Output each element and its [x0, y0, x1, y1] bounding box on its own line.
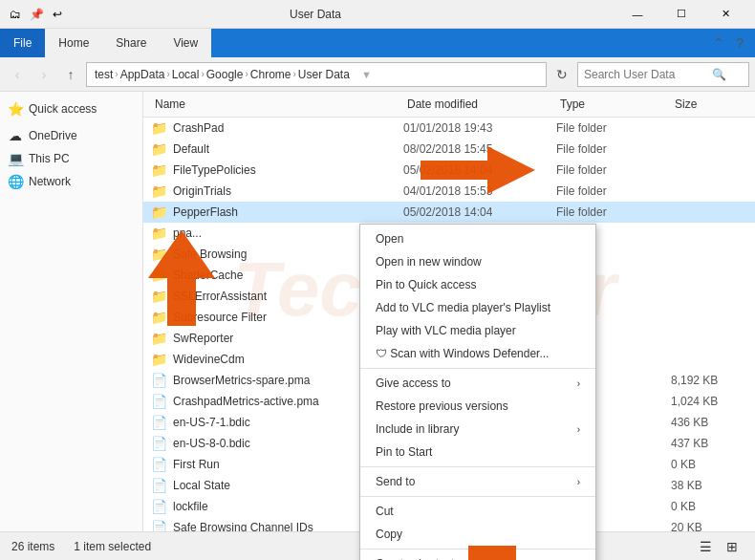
- menu-item-scan-with-windows-defender[interactable]: 🛡 Scan with Windows Defender...: [360, 342, 595, 365]
- file-row[interactable]: 📁OriginTrials04/01/2018 15:53File folder: [143, 181, 755, 202]
- tab-share[interactable]: Share: [102, 29, 160, 57]
- file-name: lockfile: [173, 500, 208, 513]
- cloud-icon: ☁: [8, 128, 23, 143]
- file-name: CrashpadMetrics-active.pma: [173, 395, 319, 408]
- file-size: 38 KB: [671, 479, 747, 492]
- menu-item-create-shortcut[interactable]: Create shortcut: [360, 552, 595, 560]
- address-bar[interactable]: test › AppData › Local › Google › Chrome…: [86, 62, 547, 87]
- file-icon: 📄: [151, 373, 167, 388]
- file-type: File folder: [556, 121, 671, 135]
- sidebar-label-quick-access: Quick access: [29, 102, 97, 116]
- col-type[interactable]: Type: [556, 96, 671, 113]
- bread-local[interactable]: Local: [172, 68, 200, 81]
- undo-icon[interactable]: ↩: [50, 7, 65, 22]
- folder-icon: 📁: [151, 331, 167, 346]
- col-name[interactable]: Name: [151, 96, 403, 113]
- tab-home[interactable]: Home: [45, 29, 102, 57]
- help-icon[interactable]: ?: [732, 35, 747, 51]
- file-date: 05/02/2018 14:04: [403, 205, 556, 219]
- app-icon: 🗂: [8, 7, 23, 22]
- menu-item-pin-to-quick-access[interactable]: Pin to Quick access: [360, 273, 595, 296]
- menu-item-label: Send to: [376, 475, 570, 488]
- menu-item-label: Pin to Start: [376, 445, 580, 459]
- menu-divider: [360, 466, 595, 467]
- main-layout: ⭐ Quick access ☁ OneDrive 💻 This PC 🌐 Ne…: [0, 92, 755, 531]
- file-name: Safe Browsing Channel IDs: [173, 521, 313, 531]
- dropdown-arrow-icon[interactable]: ▼: [361, 69, 372, 80]
- file-name: Local State: [173, 479, 230, 492]
- search-input[interactable]: [584, 68, 708, 81]
- menu-item-open[interactable]: Open: [360, 227, 595, 250]
- folder-icon: 📁: [151, 268, 167, 283]
- bread-appdata[interactable]: AppData: [120, 68, 165, 81]
- bread-userdata[interactable]: User Data: [298, 68, 350, 81]
- file-icon: 📄: [151, 499, 167, 514]
- sidebar-item-quick-access[interactable]: ⭐ Quick access: [0, 97, 142, 120]
- folder-icon: 📁: [151, 120, 167, 136]
- menu-divider: [360, 496, 595, 497]
- menu-item-include-in-library[interactable]: Include in library›: [360, 418, 595, 441]
- file-row[interactable]: 📁Default08/02/2018 15:45File folder: [143, 139, 755, 160]
- file-type: File folder: [556, 184, 671, 198]
- file-date: 04/01/2018 15:53: [403, 184, 556, 198]
- item-count: 26 items: [11, 540, 54, 553]
- window-title: User Data: [73, 8, 558, 21]
- maximize-button[interactable]: ☐: [659, 0, 703, 29]
- tab-view[interactable]: View: [160, 29, 211, 57]
- folder-icon: 📁: [151, 183, 167, 199]
- file-date: 08/02/2018 15:45: [403, 142, 556, 156]
- submenu-arrow-icon: ›: [577, 378, 580, 389]
- folder-icon: 📁: [151, 352, 167, 367]
- bread-google[interactable]: Google: [206, 68, 244, 81]
- large-icons-view-button[interactable]: ⊞: [721, 536, 744, 557]
- col-date[interactable]: Date modified: [403, 96, 556, 113]
- file-name: WidevineCdm: [173, 353, 245, 366]
- file-row[interactable]: 📁PepperFlash05/02/2018 14:04File folder: [143, 202, 755, 223]
- file-name: en-US-7-1.bdic: [173, 416, 250, 429]
- sidebar-label-onedrive: OneDrive: [29, 129, 77, 142]
- menu-item-open-in-new-window[interactable]: Open in new window: [360, 250, 595, 273]
- file-name: CrashPad: [173, 121, 224, 135]
- bread-test[interactable]: test: [95, 68, 113, 81]
- file-row[interactable]: 📁FileTypePolicies05/02/2018 14:04File fo…: [143, 160, 755, 181]
- quick-access-icon: 📌: [29, 7, 44, 22]
- file-name: SSLErrorAssistant: [173, 290, 267, 303]
- file-date: 01/01/2018 19:43: [403, 121, 556, 135]
- menu-item-copy[interactable]: Copy: [360, 523, 595, 546]
- ribbon-file-tab[interactable]: File: [0, 29, 45, 57]
- file-name: SwReporter: [173, 332, 233, 345]
- menu-item-label: Open: [376, 232, 580, 246]
- refresh-button[interactable]: ↻: [550, 63, 573, 86]
- col-size[interactable]: Size: [671, 96, 747, 113]
- close-button[interactable]: ✕: [703, 0, 747, 29]
- search-box[interactable]: 🔍: [577, 62, 749, 87]
- menu-item-play-with-vlc-media-player[interactable]: Play with VLC media player: [360, 319, 595, 342]
- file-type: File folder: [556, 163, 671, 177]
- menu-item-cut[interactable]: Cut: [360, 500, 595, 523]
- context-menu: OpenOpen in new windowPin to Quick acces…: [359, 224, 596, 560]
- forward-button[interactable]: ›: [32, 63, 55, 86]
- bread-chrome[interactable]: Chrome: [250, 68, 291, 81]
- menu-item-restore-previous-versions[interactable]: Restore previous versions: [360, 395, 595, 418]
- minimize-button[interactable]: —: [615, 0, 659, 29]
- menu-item-pin-to-start[interactable]: Pin to Start: [360, 441, 595, 463]
- file-name: ShaderCache: [173, 269, 243, 282]
- menu-item-give-access-to[interactable]: Give access to›: [360, 372, 595, 395]
- menu-item-add-to-vlc-media-players-playlist[interactable]: Add to VLC media player's Playlist: [360, 296, 595, 319]
- sidebar-item-onedrive[interactable]: ☁ OneDrive: [0, 124, 142, 147]
- file-row[interactable]: 📁CrashPad01/01/2018 19:43File folder: [143, 118, 755, 139]
- details-view-button[interactable]: ☰: [694, 536, 717, 557]
- menu-item-send-to[interactable]: Send to›: [360, 470, 595, 493]
- file-name: PepperFlash: [173, 205, 238, 219]
- file-name: FileTypePolicies: [173, 163, 256, 177]
- file-size: 0 KB: [671, 458, 747, 471]
- file-name: Safe Browsing: [173, 248, 247, 261]
- file-size: 20 KB: [671, 521, 747, 531]
- sidebar-item-network[interactable]: 🌐 Network: [0, 170, 142, 193]
- back-button[interactable]: ‹: [6, 63, 29, 86]
- sidebar-item-this-pc[interactable]: 💻 This PC: [0, 147, 142, 170]
- folder-icon: 📁: [151, 289, 167, 304]
- menu-item-label: Add to VLC media player's Playlist: [376, 301, 580, 314]
- ribbon-collapse-icon[interactable]: ⌃: [709, 35, 728, 51]
- up-button[interactable]: ↑: [59, 63, 82, 86]
